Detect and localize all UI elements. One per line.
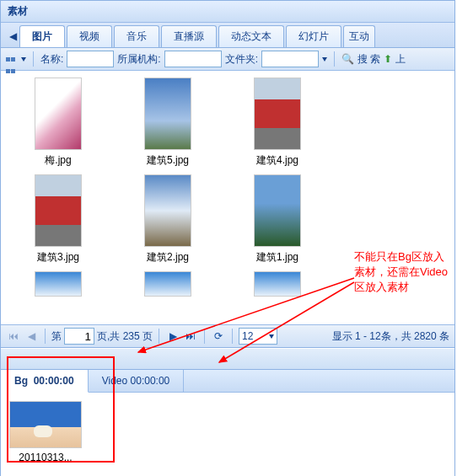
separator (334, 51, 335, 67)
thumbnail-image (35, 271, 82, 297)
upload-button[interactable]: 上 (395, 52, 406, 67)
page-prefix: 第 (51, 329, 62, 344)
thumb-item[interactable] (16, 271, 100, 300)
name-label: 名称: (40, 52, 63, 67)
view-grid-icon[interactable] (6, 53, 18, 65)
separator (45, 329, 46, 344)
separator (204, 329, 205, 344)
tab-live[interactable]: 直播源 (161, 25, 217, 47)
thumbnail-image (254, 174, 301, 247)
thumb-item[interactable]: 建筑4.jpg (235, 78, 320, 168)
tab-music[interactable]: 音乐 (114, 25, 159, 47)
upload-icon[interactable]: ⬆ (384, 53, 392, 65)
folder-label: 文件夹: (225, 52, 258, 67)
view-dropdown-icon[interactable] (21, 57, 26, 62)
separator (232, 329, 233, 344)
thumb-item[interactable]: 建筑5.jpg (126, 78, 210, 168)
folder-input[interactable] (261, 51, 319, 67)
tab-images[interactable]: 图片 (19, 25, 65, 47)
page-input[interactable] (64, 328, 94, 345)
thumb-label: 建筑5.jpg (126, 153, 210, 168)
thumbnail-image (254, 78, 301, 150)
thumb-label: 建筑4.jpg (235, 153, 320, 168)
dropdown-icon (269, 334, 274, 339)
thumbnail-image (144, 271, 191, 297)
thumb-label: 建筑2.jpg (126, 250, 210, 265)
org-input[interactable] (164, 51, 222, 67)
tab-video[interactable]: 视频 (67, 25, 112, 47)
first-page-button[interactable]: ⏮ (6, 329, 21, 344)
thumbnail-image (144, 78, 191, 150)
tab-interactive[interactable]: 互动 (343, 25, 375, 47)
thumb-item[interactable] (126, 271, 210, 300)
paging-status: 显示 1 - 12条，共 2820 条 (332, 329, 449, 344)
tab-slides[interactable]: 幻灯片 (286, 25, 341, 47)
folder-dropdown-icon[interactable] (322, 57, 327, 62)
thumbnail-image (35, 174, 82, 247)
paging-toolbar: ⏮ ◀ 第 页,共 235 页 ▶ ⏭ ⟳ 12 显示 1 - 12条，共 28… (1, 325, 454, 348)
refresh-button[interactable]: ⟳ (211, 329, 226, 344)
thumb-item[interactable]: 梅.jpg (16, 78, 100, 168)
next-page-button[interactable]: ▶ (165, 329, 180, 344)
thumb-item[interactable] (235, 271, 320, 300)
prev-page-button[interactable]: ◀ (24, 329, 39, 344)
panel-title: 素材 (1, 1, 454, 23)
thumb-item[interactable]: 建筑1.jpg (235, 174, 320, 265)
thumb-item[interactable]: 建筑2.jpg (126, 174, 210, 265)
thumb-label: 梅.jpg (16, 153, 100, 168)
org-label: 所属机构: (117, 52, 160, 67)
annotation-text: 不能只在Bg区放入 素材，还需在Video 区放入素材 (354, 249, 455, 295)
annotation-box (7, 356, 115, 463)
thumbnail-image (144, 174, 191, 247)
thumb-item[interactable]: 建筑3.jpg (16, 174, 100, 265)
name-input[interactable] (67, 51, 114, 67)
tab-scroll-left[interactable]: ◀ (6, 27, 19, 45)
page-suffix: 页,共 235 页 (97, 329, 153, 344)
thumb-label: 建筑3.jpg (16, 250, 100, 265)
filter-toolbar: 名称: 所属机构: 文件夹: 🔍 搜 索 ⬆ 上 (1, 48, 454, 71)
search-icon[interactable]: 🔍 (341, 53, 354, 65)
separator (159, 329, 159, 344)
thumb-label: 建筑1.jpg (235, 250, 320, 265)
tab-dyntext[interactable]: 动态文本 (218, 25, 284, 47)
separator (33, 51, 34, 67)
tab-strip: ◀ 图片 视频 音乐 直播源 动态文本 幻灯片 互动 (1, 23, 454, 48)
last-page-button[interactable]: ⏭ (183, 329, 198, 344)
page-size-select[interactable]: 12 (239, 328, 277, 345)
thumbnail-image (254, 271, 301, 297)
thumbnail-image (35, 78, 82, 150)
search-button[interactable]: 搜 索 (358, 52, 380, 67)
